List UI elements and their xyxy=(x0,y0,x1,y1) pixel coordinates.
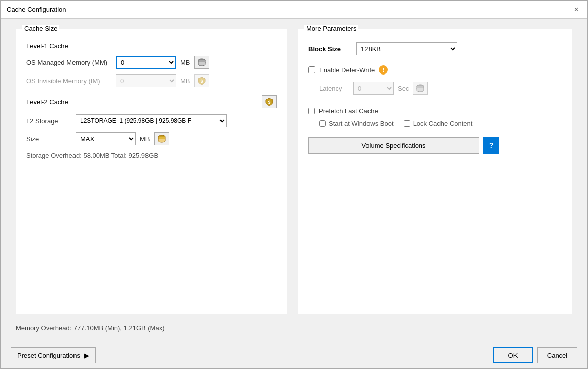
cache-size-legend: Cache Size xyxy=(22,25,59,32)
os-invisible-row: OS Invisible Memory (IM) 0 MB $ xyxy=(26,74,277,87)
preset-label: Preset Configurations xyxy=(17,352,80,359)
dialog-title: Cache Configuration xyxy=(7,6,66,13)
os-invisible-config-button[interactable]: $ xyxy=(194,74,209,87)
level2-config-button[interactable]: $ xyxy=(262,95,277,108)
defer-write-checkbox[interactable] xyxy=(308,66,315,73)
more-params-panel: More Parameters Block Size 128KB 64KB 25… xyxy=(298,29,572,314)
database-icon-latency xyxy=(416,84,425,93)
preset-arrow-icon: ▶ xyxy=(84,352,89,359)
lock-cache-label: Lock Cache Content xyxy=(413,120,473,127)
lock-cache-checkbox[interactable] xyxy=(404,120,410,127)
database-icon xyxy=(197,58,206,67)
defer-write-label: Enable Defer-Write xyxy=(319,66,375,74)
l2-storage-select[interactable]: L2STORAGE_1 (925.98GB | 925.98GB F xyxy=(76,114,227,127)
more-params-legend: More Parameters xyxy=(304,25,358,32)
close-button[interactable]: × xyxy=(571,5,581,15)
start-at-boot-row: Start at Windows Boot xyxy=(319,120,394,127)
block-size-label: Block Size xyxy=(308,45,348,53)
os-managed-unit: MB xyxy=(180,59,190,66)
dialog-body: Cache Size Level-1 Cache OS Managed Memo… xyxy=(1,19,587,342)
latency-select[interactable]: 0 1 5 xyxy=(353,82,394,95)
sub-checkboxes: Start at Windows Boot Lock Cache Content xyxy=(319,120,562,127)
defer-write-warning-icon[interactable]: ! xyxy=(379,65,388,75)
latency-label: Latency xyxy=(319,85,349,92)
sec-label: Sec xyxy=(398,85,409,92)
defer-write-row: Enable Defer-Write ! xyxy=(308,65,562,75)
block-size-row: Block Size 128KB 64KB 256KB 512KB xyxy=(308,42,562,55)
bottom-bar: Preset Configurations ▶ OK Cancel xyxy=(1,342,587,368)
prefetch-checkbox[interactable] xyxy=(308,108,315,114)
cancel-button[interactable]: Cancel xyxy=(537,347,577,363)
right-bottom: Volume Specifications ? xyxy=(308,137,562,154)
size-unit: MB xyxy=(140,135,150,143)
dialog: Cache Configuration × Cache Size Level-1… xyxy=(0,0,588,369)
shield-icon-l2: $ xyxy=(265,97,274,106)
bottom-right-buttons: OK Cancel xyxy=(493,347,577,363)
svg-text:$: $ xyxy=(268,100,270,105)
os-invisible-unit: MB xyxy=(180,77,190,85)
os-invisible-select[interactable]: 0 xyxy=(116,74,176,87)
memory-overhead: Memory Overhead: 777.10MB (Min), 1.21GB … xyxy=(16,324,572,332)
os-managed-row: OS Managed Memory (MM) 0 512 1024 MB xyxy=(26,56,277,69)
level2-title: Level-2 Cache xyxy=(26,98,68,106)
size-row: Size MAX 512 256 MB xyxy=(26,132,277,145)
os-managed-label: OS Managed Memory (MM) xyxy=(26,59,112,66)
block-size-select[interactable]: 128KB 64KB 256KB 512KB xyxy=(356,42,457,55)
size-config-button[interactable] xyxy=(154,132,169,145)
shield-icon: $ xyxy=(197,76,206,85)
cache-size-panel: Cache Size Level-1 Cache OS Managed Memo… xyxy=(16,29,287,314)
divider xyxy=(308,103,562,103)
os-managed-config-button[interactable] xyxy=(194,56,209,69)
storage-info: Storage Overhead: 58.00MB Total: 925.98G… xyxy=(26,152,277,159)
prefetch-row: Prefetch Last Cache xyxy=(308,107,562,115)
os-invisible-label: OS Invisible Memory (IM) xyxy=(26,77,112,85)
preset-configurations-button[interactable]: Preset Configurations ▶ xyxy=(11,347,96,363)
size-select[interactable]: MAX 512 256 xyxy=(76,132,136,145)
l2-storage-row: L2 Storage L2STORAGE_1 (925.98GB | 925.9… xyxy=(26,114,277,127)
l2-storage-label: L2 Storage xyxy=(26,117,71,125)
main-content: Cache Size Level-1 Cache OS Managed Memo… xyxy=(16,29,572,314)
size-label: Size xyxy=(26,135,71,143)
help-button[interactable]: ? xyxy=(483,137,499,154)
prefetch-label: Prefetch Last Cache xyxy=(319,107,378,115)
lock-cache-row: Lock Cache Content xyxy=(404,120,473,127)
level2-header: Level-2 Cache $ xyxy=(26,95,277,108)
volume-spec-button[interactable]: Volume Specifications xyxy=(308,137,479,154)
ok-button[interactable]: OK xyxy=(493,347,533,363)
title-bar: Cache Configuration × xyxy=(1,1,587,19)
start-at-boot-label: Start at Windows Boot xyxy=(329,120,394,127)
start-at-boot-checkbox[interactable] xyxy=(319,120,326,127)
svg-text:$: $ xyxy=(200,79,203,84)
level1-title: Level-1 Cache xyxy=(26,42,277,50)
latency-row: Latency 0 1 5 Sec xyxy=(319,82,562,95)
latency-config-button[interactable] xyxy=(413,82,428,95)
database-icon-size xyxy=(157,134,166,143)
os-managed-select[interactable]: 0 512 1024 xyxy=(116,56,176,69)
